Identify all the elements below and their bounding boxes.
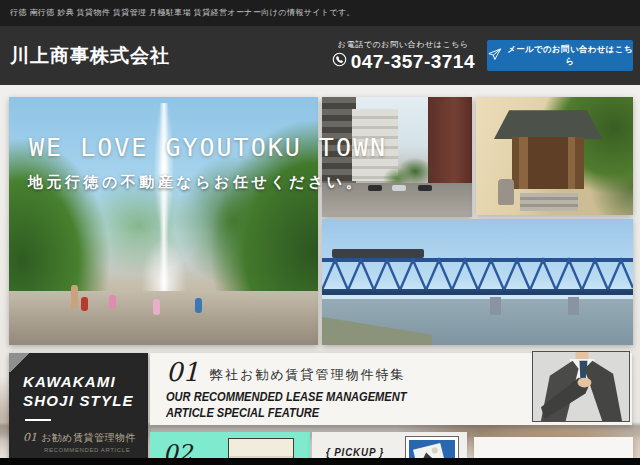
- car: [392, 185, 406, 191]
- pickup-label: { PICKUP }: [326, 446, 384, 458]
- feature-number: 01: [166, 357, 199, 387]
- folded-corner-decoration: [9, 353, 31, 372]
- top-keyword-bar: 行徳 南行徳 妙典 賃貸物件 賃貸管理 月極駐車場 賃貸経営オーナー向けの情報サ…: [0, 0, 640, 26]
- phone-icon: [332, 52, 347, 71]
- page: 行徳 南行徳 妙典 賃貸物件 賃貸管理 月極駐車場 賃貸経営オーナー向けの情報サ…: [0, 0, 640, 465]
- hero-subheadline: 地元行徳の不動産ならお任せください。: [28, 173, 364, 192]
- sidebar-item-label: お勧め賃貸管理物件: [41, 432, 136, 443]
- shrine-photo: [476, 97, 633, 215]
- title-underline: [25, 419, 51, 421]
- businessman-suit-photo[interactable]: [532, 351, 630, 422]
- site-logo-title[interactable]: 川上商事株式会社: [10, 43, 170, 69]
- style-nav-title: KAWAKAMI SHOJI STYLE: [23, 372, 134, 410]
- child-figure: [81, 297, 88, 311]
- shrine-roof: [494, 107, 602, 139]
- mail-button-label: メールでのお問い合わせはこちら: [507, 44, 633, 68]
- phone-number: 047-357-3714: [351, 51, 475, 73]
- car: [368, 185, 382, 191]
- feature-title: 弊社お勧め賃貸管理物件特集: [210, 366, 406, 384]
- car: [418, 185, 432, 191]
- bridge-deck: [322, 291, 633, 295]
- train: [332, 249, 424, 258]
- child-figure: [109, 295, 116, 309]
- feature-subtitle-line1: OUR RECOMMENDED LEASE MANAGEMENT: [166, 389, 406, 404]
- fountain-ground: [9, 291, 318, 345]
- adult-figure: [71, 285, 78, 309]
- bottom-section-edge: [0, 458, 640, 465]
- bridge-pier: [490, 297, 501, 315]
- bridge-pier: [568, 297, 579, 315]
- site-header: 川上商事株式会社 お電話でのお問い合わせはこちら 047-357-3714 メー…: [0, 26, 640, 85]
- top-keyword-text: 行徳 南行徳 妙典 賃貸物件 賃貸管理 月極駐車場 賃貸経営オーナー向けの情報サ…: [10, 8, 355, 17]
- bridge-truss: [322, 257, 633, 293]
- style-nav-title-line1: KAWAKAMI: [23, 372, 134, 391]
- hero-headline: WE LOVE GYOUTOKU TOWN: [29, 133, 387, 162]
- shrine-steps: [520, 193, 578, 211]
- phone-contact[interactable]: お電話でのお問い合わせはこちら 047-357-3714: [332, 39, 475, 73]
- child-figure: [195, 298, 202, 313]
- feature-card-01: 01 弊社お勧め賃貸管理物件特集 OUR RECOMMENDED LEASE M…: [150, 353, 632, 425]
- river-bridge-photo: [322, 219, 633, 345]
- sidebar-item-number: 01: [23, 431, 37, 444]
- sidebar-item-sublabel: RECOMMENDED ARTICLE: [44, 447, 136, 453]
- style-nav-box: KAWAKAMI SHOJI STYLE 01お勧め賃貸管理物件 RECOMME…: [9, 353, 148, 465]
- phone-contact-label: お電話でのお問い合わせはこちら: [332, 39, 475, 50]
- hero-collage: WE LOVE GYOUTOKU TOWN 地元行徳の不動産ならお任せください。: [9, 97, 633, 345]
- child-figure: [153, 299, 160, 315]
- shrine-building: [512, 137, 584, 189]
- feature-subtitle-line2: ARTICLE SPECIAL FEATURE: [166, 405, 319, 420]
- sidebar-item-recommended-article[interactable]: 01お勧め賃貸管理物件 RECOMMENDED ARTICLE: [23, 427, 136, 453]
- paper-plane-icon: [487, 47, 502, 64]
- shrine-statue: [498, 179, 514, 205]
- mail-contact-button[interactable]: メールでのお問い合わせはこちら: [487, 40, 633, 71]
- style-nav-title-line2: SHOJI STYLE: [23, 391, 134, 410]
